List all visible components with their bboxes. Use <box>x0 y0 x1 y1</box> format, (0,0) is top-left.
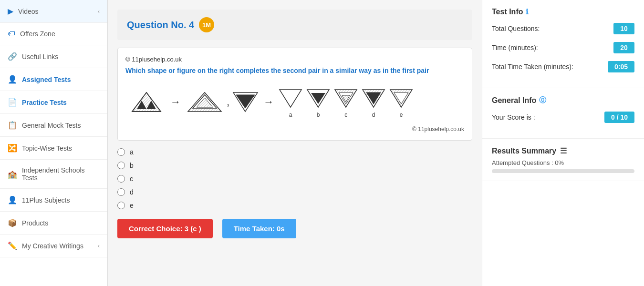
question-icon: ⓪ <box>539 96 546 105</box>
radio-d[interactable] <box>117 188 125 196</box>
right-panel: Test Info ℹ Total Questions: 10 Time (mi… <box>482 0 644 286</box>
score-value: 0 / 10 <box>604 112 634 123</box>
radio-c[interactable] <box>117 175 125 183</box>
time-taken-button[interactable]: Time Taken: 0s <box>222 219 296 238</box>
sidebar-item-assigned-tests[interactable]: 👤 Assigned Tests <box>0 68 107 91</box>
option-item-b[interactable]: b <box>117 162 472 169</box>
total-time-taken-value: 0:05 <box>608 61 634 72</box>
option-d-label: d <box>372 112 375 118</box>
option-label-b: b <box>130 162 134 169</box>
sidebar-item-label: Independent Schools Tests <box>22 166 100 182</box>
test-info-label: Test Info <box>492 8 523 16</box>
option-label-c: c <box>130 175 133 183</box>
comma: , <box>227 96 229 108</box>
time-minutes-label: Time (minutes): <box>492 44 538 51</box>
results-summary-section: Results Summary ☰ Attempted Questions : … <box>482 139 644 181</box>
time-minutes-value: 20 <box>613 42 634 53</box>
results-summary-title: Results Summary ☰ <box>492 146 634 155</box>
sidebar-item-general-mock-tests[interactable]: 📋 General Mock Tests <box>0 114 107 137</box>
shape-group-2 <box>186 90 224 114</box>
radio-e[interactable] <box>117 202 125 209</box>
sidebar-item-practice-tests[interactable]: 📄 Practice Tests <box>0 91 107 114</box>
option-label-a: a <box>130 148 134 156</box>
option-item-e[interactable]: e <box>117 202 472 209</box>
sidebar-item-label: General Mock Tests <box>22 122 81 129</box>
sidebar-item-label: My Creative Writings <box>22 242 83 250</box>
sidebar-item-offers-zone[interactable]: 🏷 Offers Zone <box>0 23 107 45</box>
attempted-label: Attempted Questions : 0% <box>492 159 634 166</box>
copyright-text: © 11plusehelp.co.uk <box>125 56 464 63</box>
link-icon: 🔗 <box>8 52 17 61</box>
total-time-taken-row: Total Time Taken (minutes): 0:05 <box>492 61 634 72</box>
option-label-d: d <box>130 188 134 196</box>
score-row: Your Score is : 0 / 10 <box>492 112 634 123</box>
svg-marker-1 <box>132 92 161 112</box>
option-shape-b: b <box>306 86 330 118</box>
total-questions-label: Total Questions: <box>492 25 540 32</box>
radio-a[interactable] <box>117 148 125 156</box>
box-icon: 📦 <box>8 218 17 227</box>
option-a-label: a <box>289 112 292 118</box>
progress-bar-bg <box>492 169 634 173</box>
doc-icon: 📄 <box>8 98 17 107</box>
option-c-label: c <box>344 112 347 118</box>
option-shape-d: d <box>362 86 385 118</box>
arrow-1: → <box>170 96 181 108</box>
list-icon: ☰ <box>560 146 567 155</box>
general-info-label: General Info <box>492 96 536 105</box>
question-box: © 11plusehelp.co.uk Which shape or figur… <box>117 48 472 141</box>
time-minutes-row: Time (minutes): 20 <box>492 42 634 53</box>
arrow-2: → <box>263 96 274 108</box>
option-shape-a: a <box>279 86 302 118</box>
sidebar-item-11plus-subjects[interactable]: 👤 11Plus Subjects <box>0 189 107 212</box>
test-info-section: Test Info ℹ Total Questions: 10 Time (mi… <box>482 0 644 88</box>
option-item-d[interactable]: d <box>117 188 472 196</box>
sidebar-item-products[interactable]: 📦 Products <box>0 212 107 235</box>
offers-icon: 🏷 <box>8 30 15 38</box>
diagram-area: → , <box>125 81 464 123</box>
chevron-icon: ‹ <box>98 8 100 15</box>
question-text: Which shape or figure on the right compl… <box>125 67 464 74</box>
option-e-label: e <box>400 112 403 118</box>
general-info-section: General Info ⓪ Your Score is : 0 / 10 <box>482 88 644 139</box>
svg-marker-11 <box>280 90 301 107</box>
options-list: a b c d e <box>117 148 472 209</box>
sidebar-item-label: Videos <box>18 8 39 15</box>
total-questions-value: 10 <box>613 23 634 34</box>
sidebar-item-topic-wise-tests[interactable]: 🔀 Topic-Wise Tests <box>0 137 107 160</box>
option-shape-c: c <box>334 86 358 118</box>
option-item-a[interactable]: a <box>117 148 472 156</box>
shape-group-3 <box>232 90 259 114</box>
chevron-icon: ‹ <box>98 243 100 249</box>
sidebar-item-label: 11Plus Subjects <box>22 196 70 204</box>
shape-group-1 <box>127 90 166 114</box>
question-badge: 1M <box>199 17 214 32</box>
info-icon: ℹ <box>526 8 529 16</box>
main-content: Question No. 4 1M © 11plusehelp.co.uk Wh… <box>108 0 482 286</box>
shuffle-icon: 🔀 <box>8 143 17 153</box>
sidebar-item-useful-links[interactable]: 🔗 Useful Links <box>0 45 107 68</box>
sidebar-item-label: Useful Links <box>22 53 58 61</box>
score-label: Your Score is : <box>492 113 535 121</box>
correct-choice-button[interactable]: Correct Choice: 3 (c ) <box>117 219 213 238</box>
sidebar-item-videos[interactable]: ▶ Videos ‹ <box>0 0 107 23</box>
option-label-e: e <box>130 202 134 209</box>
sidebar-item-label: Products <box>22 219 48 227</box>
total-time-taken-label: Total Time Taken (minutes): <box>492 63 573 71</box>
radio-b[interactable] <box>117 162 125 169</box>
sidebar-item-label: Topic-Wise Tests <box>22 144 72 152</box>
question-title: Question No. 4 <box>127 20 194 31</box>
sidebar-item-independent-schools[interactable]: 🏫 Independent Schools Tests <box>0 160 107 189</box>
pencil-icon: ✏️ <box>8 241 17 250</box>
sidebar-item-label: Offers Zone <box>20 30 55 38</box>
total-questions-row: Total Questions: 10 <box>492 23 634 34</box>
option-item-c[interactable]: c <box>117 175 472 183</box>
results-summary-label: Results Summary <box>492 147 556 155</box>
user-icon: 👤 <box>8 75 17 84</box>
sidebar-item-label: Practice Tests <box>22 99 67 106</box>
sidebar-item-creative-writings[interactable]: ✏️ My Creative Writings ‹ <box>0 235 107 257</box>
footer-buttons: Correct Choice: 3 (c ) Time Taken: 0s <box>117 219 472 238</box>
clipboard-icon: 📋 <box>8 121 17 130</box>
school-icon: 🏫 <box>8 170 17 179</box>
diagram-copyright: © 11plusehelp.co.uk <box>125 126 464 133</box>
